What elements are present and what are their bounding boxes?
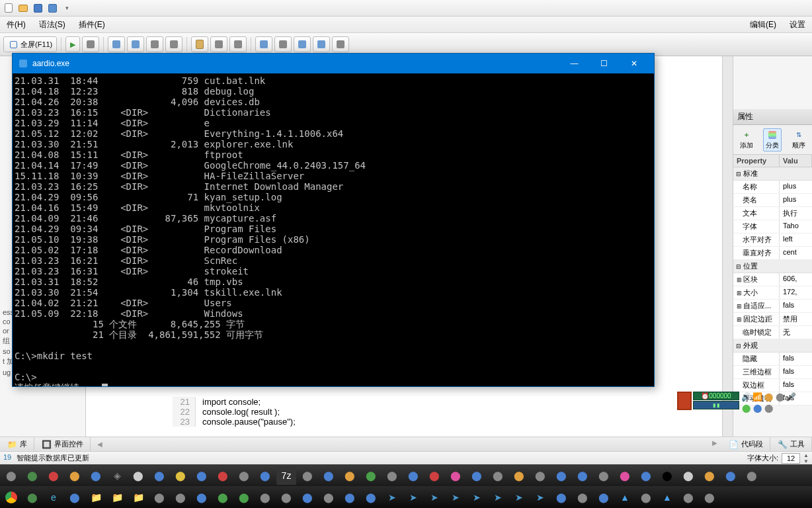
tab-library[interactable]: 📁库 [0,437,34,452]
task-icon[interactable]: ⬤ [700,488,719,507]
task-icon[interactable]: ⬤ [446,466,466,485]
tray-icon[interactable]: ⬤ [741,403,751,413]
code-editor[interactable]: 21import console; 22console.log( result … [173,397,643,437]
task-icon[interactable]: ⬤ [340,466,360,485]
open-folder-icon[interactable] [17,2,29,14]
ribbon-btn-7[interactable] [210,36,227,52]
task-icon[interactable]: ⬤ [86,466,106,485]
qat-dropdown-icon[interactable]: ▾ [61,2,73,14]
task-icon[interactable]: ⬤ [700,466,719,485]
task-icon[interactable]: ⬤ [1,466,21,485]
ribbon-btn-4[interactable] [127,36,144,52]
minimize-button[interactable]: — [559,54,589,73]
tab-ui-controls[interactable]: 🔲界面控件 [34,437,91,452]
tray-icon[interactable]: ⬤ [763,403,774,413]
task-icon[interactable]: ➤ [467,488,487,507]
task-icon[interactable]: ⬤ [382,466,402,485]
task-icon[interactable]: ⬤ [192,488,212,507]
task-icon[interactable]: ⬤ [551,488,571,507]
save-icon[interactable] [32,2,44,14]
task-icon[interactable]: 📁 [128,488,148,507]
task-icon[interactable]: ⬤ [171,466,190,485]
tray-icon[interactable]: ⬤ [763,392,774,402]
prop-row-valign[interactable]: 垂直对齐cent [733,247,812,260]
prop-order-button[interactable]: ⇅顺序 [792,130,805,150]
ribbon-btn-11[interactable] [294,36,311,52]
wifi-icon[interactable]: 📶 [752,392,762,402]
hscroll-right[interactable]: ▶ [708,437,721,452]
task-icon[interactable]: ➤ [425,488,444,507]
tray-icon[interactable]: ⬤ [774,392,785,402]
prop-group-standard[interactable]: ⊟标准 [733,167,812,181]
prop-category-button[interactable]: 分类 [763,128,782,151]
prop-row-font[interactable]: 字体Taho [733,220,812,233]
task-icon[interactable]: ➤ [488,488,508,507]
ribbon-btn-10[interactable] [274,36,292,52]
task-icon[interactable]: ⬤ [678,466,698,485]
task-icon[interactable]: ⬤ [509,466,529,485]
prop-row-halign[interactable]: 水平对齐left [733,233,812,247]
prop-row-hidden[interactable]: 隐藏fals [733,353,812,366]
menu-syntax[interactable]: 语法(S) [32,17,72,32]
task-explorer-icon[interactable]: 📁 [86,488,106,507]
prop-row-3dborder[interactable]: 三维边框fals [733,366,812,379]
prop-row-name[interactable]: 名称plus [733,181,812,194]
task-icon[interactable]: ⬤ [551,466,571,485]
task-icon[interactable]: ⬤ [636,488,656,507]
font-size-spinner[interactable]: ▲▼ [803,452,809,464]
task-icon[interactable]: ⬤ [149,488,169,507]
prop-add-button[interactable]: ＋添加 [740,130,753,150]
task-icon[interactable]: ⬤ [721,466,741,485]
task-icon[interactable]: ⬤ [594,488,614,507]
task-icon[interactable]: ⬤ [573,488,592,507]
task-icon[interactable]: ⬤ [319,488,339,507]
record-indicator[interactable] [677,392,692,410]
task-icon[interactable]: ⬤ [255,488,275,507]
prop-row-autosize[interactable]: ⊞自适应...fals [733,300,812,313]
ribbon-play-button[interactable]: ▶ [65,36,80,52]
maximize-button[interactable]: ☐ [589,54,619,73]
ribbon-btn-3[interactable] [108,36,125,52]
task-icon[interactable]: 7z [276,466,296,485]
task-icon[interactable]: ⬤ [573,466,592,485]
task-icon[interactable]: ⬤ [488,466,508,485]
task-icon[interactable]: ⬤ [340,488,360,507]
ribbon-btn-8[interactable] [229,36,247,52]
task-icon[interactable]: ➤ [509,488,529,507]
tray-icon[interactable]: ⬤ [752,403,762,413]
prop-row-doubleborder[interactable]: 双边框fals [733,379,812,392]
task-icon[interactable]: ⬤ [255,466,275,485]
task-icon[interactable]: ⬤ [530,466,550,485]
console-output[interactable]: 21.03.31 18:44 759 cut.bat.lnk 21.04.18 … [13,73,654,386]
new-file-icon[interactable] [3,2,15,14]
task-icon[interactable]: ▲ [657,488,677,507]
volume-icon[interactable]: 🔊 [741,392,751,402]
task-icon[interactable]: ⬤ [22,488,42,507]
menu-homepage[interactable]: 件(H) [0,17,32,32]
ribbon-btn-2[interactable] [82,36,99,52]
close-button[interactable]: ✕ [619,54,649,73]
task-icon[interactable]: ➤ [446,488,466,507]
font-size-input[interactable] [782,453,800,464]
task-icon[interactable]: ⬤ [234,466,254,485]
task-icon[interactable]: ⬤ [319,466,339,485]
prop-group-position[interactable]: ⊟位置 [733,260,812,273]
console-titlebar[interactable]: aardio.exe — ☐ ✕ [13,54,654,73]
menu-plugins[interactable]: 插件(E) [72,17,112,32]
task-icon[interactable]: ⬤ [192,466,212,485]
task-icon[interactable]: ⬤ [298,466,317,485]
task-icon[interactable]: ⬤ [44,466,63,485]
task-icon[interactable]: ⬤ [636,466,656,485]
task-icon[interactable]: ⬤ [425,466,444,485]
ribbon-btn-9[interactable] [255,36,272,52]
hscroll-left[interactable]: ◀ [97,441,102,448]
task-icon[interactable]: ➤ [382,488,402,507]
menu-edit[interactable]: 编辑(E) [743,17,783,32]
prop-row-block[interactable]: ⊞区块606, [733,273,812,286]
task-icon[interactable]: ⬤ [615,466,635,485]
menu-settings[interactable]: 设置 [783,17,812,32]
task-icon[interactable]: ⬤ [298,488,317,507]
ribbon-btn-6[interactable] [165,36,183,52]
task-icon[interactable]: 📁 [107,488,127,507]
prop-row-fixedmargin[interactable]: ⊞固定边距禁用 [733,313,812,326]
